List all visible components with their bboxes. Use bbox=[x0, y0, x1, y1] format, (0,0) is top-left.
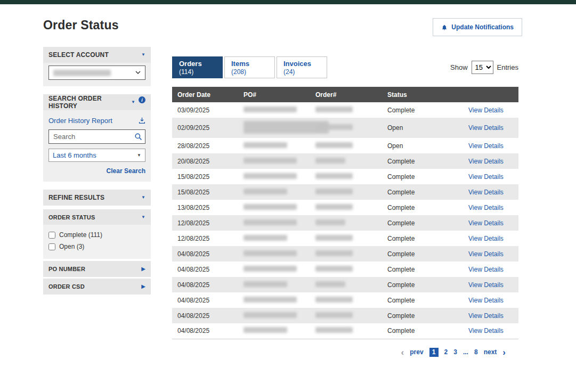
select-account-header[interactable]: SELECT ACCOUNT ▼ bbox=[43, 47, 151, 63]
clear-search-link[interactable]: Clear Search bbox=[107, 167, 145, 175]
pagination-next-chevron-icon[interactable]: › bbox=[502, 348, 506, 357]
pagination-page-8[interactable]: 8 bbox=[474, 348, 478, 356]
view-details-cell: View Details bbox=[460, 102, 518, 118]
order-status-cell: Complete bbox=[382, 153, 460, 169]
order-csd-filter-header[interactable]: ORDER CSD ▶ bbox=[43, 279, 151, 295]
order-status-cell: Complete bbox=[382, 292, 460, 308]
order-date-cell: 15/08/2025 bbox=[172, 169, 238, 184]
view-details-link[interactable]: View Details bbox=[468, 297, 504, 304]
pagination-page-3[interactable]: 3 bbox=[453, 348, 457, 356]
order-status-cell: Complete bbox=[382, 277, 460, 292]
view-details-link[interactable]: View Details bbox=[468, 266, 504, 273]
pagination-prev[interactable]: prev bbox=[410, 348, 423, 356]
view-details-cell: View Details bbox=[460, 246, 518, 262]
order-status-cell: Complete bbox=[382, 169, 460, 184]
order-status-cell: Open bbox=[382, 118, 460, 138]
order-status-cell: Open bbox=[382, 138, 460, 153]
view-details-link[interactable]: View Details bbox=[468, 204, 504, 211]
order-number-cell bbox=[310, 323, 382, 339]
order-status-option[interactable]: Open (3) bbox=[48, 241, 145, 252]
order-date-cell: 04/08/2025 bbox=[172, 277, 238, 292]
order-status-option[interactable]: Complete (111) bbox=[48, 229, 145, 241]
view-details-link[interactable]: View Details bbox=[468, 173, 504, 181]
view-details-cell: View Details bbox=[460, 138, 518, 153]
order-date-cell: 04/08/2025 bbox=[172, 308, 238, 323]
order-status-checkbox[interactable] bbox=[48, 232, 55, 239]
view-details-link[interactable]: View Details bbox=[468, 158, 504, 165]
order-row: 04/08/2025CompleteView Details bbox=[172, 246, 518, 262]
update-notifications-button[interactable]: Update Notifications bbox=[433, 18, 522, 36]
order-date-cell: 20/08/2025 bbox=[172, 153, 238, 169]
view-details-link[interactable]: View Details bbox=[468, 312, 504, 320]
po-number-cell bbox=[238, 138, 310, 153]
redacted-order-number bbox=[315, 250, 353, 256]
order-date-cell: 02/09/2025 bbox=[172, 118, 238, 138]
order-status-checkbox[interactable] bbox=[48, 243, 55, 250]
redacted-po-number bbox=[244, 297, 297, 303]
show-label: Show bbox=[450, 63, 468, 71]
order-row: 04/08/2025CompleteView Details bbox=[172, 323, 518, 339]
order-row: 03/09/2025CompleteView Details bbox=[172, 102, 518, 118]
search-icon[interactable] bbox=[134, 133, 142, 141]
refine-results-header[interactable]: REFINE RESULTS ▼ bbox=[43, 190, 151, 206]
view-details-link[interactable]: View Details bbox=[468, 281, 504, 289]
pagination-page-2[interactable]: 2 bbox=[444, 348, 448, 356]
order-date-cell: 04/08/2025 bbox=[172, 292, 238, 308]
account-select[interactable] bbox=[48, 66, 145, 80]
redacted-order-number bbox=[315, 158, 345, 164]
download-icon[interactable] bbox=[139, 117, 145, 124]
tab-invoices[interactable]: Invoices(24) bbox=[277, 56, 327, 78]
view-details-link[interactable]: View Details bbox=[468, 124, 504, 132]
order-status-filter-header[interactable]: ORDER STATUS ▼ bbox=[43, 209, 151, 225]
order-number-cell bbox=[310, 184, 382, 200]
po-number-cell bbox=[238, 184, 310, 200]
pagination-page-1[interactable]: 1 bbox=[429, 348, 439, 357]
view-details-cell: View Details bbox=[460, 262, 518, 277]
order-number-cell bbox=[310, 138, 382, 153]
redacted-po-number bbox=[244, 173, 297, 179]
view-details-cell: View Details bbox=[460, 277, 518, 292]
view-details-cell: View Details bbox=[460, 153, 518, 169]
view-details-link[interactable]: View Details bbox=[468, 107, 504, 114]
entries-select[interactable]: 15 bbox=[472, 61, 493, 74]
view-details-link[interactable]: View Details bbox=[468, 219, 504, 227]
order-status-cell: Complete bbox=[382, 308, 460, 323]
order-status-cell: Complete bbox=[382, 246, 460, 262]
order-date-cell: 28/08/2025 bbox=[172, 138, 238, 153]
tab-orders[interactable]: Orders(114) bbox=[172, 56, 223, 78]
tab-items[interactable]: Items(208) bbox=[224, 56, 275, 78]
order-date-cell: 04/08/2025 bbox=[172, 323, 238, 339]
chevron-down-icon: ▼ bbox=[131, 100, 135, 104]
pagination-next[interactable]: next bbox=[484, 348, 497, 356]
po-number-filter-header[interactable]: PO NUMBER ▶ bbox=[43, 261, 151, 277]
view-details-link[interactable]: View Details bbox=[468, 142, 504, 150]
redacted-po-number bbox=[244, 250, 297, 256]
view-details-cell: View Details bbox=[460, 308, 518, 323]
order-number-cell bbox=[310, 262, 382, 277]
search-input[interactable] bbox=[48, 129, 145, 144]
view-details-cell: View Details bbox=[460, 200, 518, 215]
column-header: Status bbox=[382, 87, 460, 102]
pagination-prev-chevron-icon[interactable]: ‹ bbox=[401, 348, 404, 357]
view-details-link[interactable]: View Details bbox=[468, 250, 504, 258]
po-number-cell bbox=[238, 200, 310, 215]
redacted-order-number bbox=[315, 189, 353, 194]
tab-count: (114) bbox=[179, 68, 222, 76]
order-date-cell: 04/08/2025 bbox=[172, 262, 238, 277]
orders-table: Order DatePO#Order#Status 03/09/2025Comp… bbox=[172, 87, 518, 339]
view-details-link[interactable]: View Details bbox=[468, 327, 504, 334]
redacted-order-number bbox=[315, 235, 353, 241]
date-range-select[interactable]: Last 6 months ▼ bbox=[48, 149, 145, 162]
search-order-history-header[interactable]: SEARCH ORDER HISTORY ▼ i bbox=[43, 94, 151, 110]
top-accent-bar bbox=[0, 0, 576, 4]
order-row: 15/08/2025CompleteView Details bbox=[172, 169, 518, 184]
order-history-report-link[interactable]: Order History Report bbox=[48, 117, 112, 125]
order-row: 13/08/2025CompleteView Details bbox=[172, 200, 518, 215]
tab-label: Invoices bbox=[283, 60, 327, 68]
order-number-cell bbox=[310, 308, 382, 323]
view-details-link[interactable]: View Details bbox=[468, 189, 504, 196]
view-details-cell: View Details bbox=[460, 118, 518, 138]
view-details-link[interactable]: View Details bbox=[468, 235, 504, 242]
po-number-cell bbox=[238, 246, 310, 262]
info-icon[interactable]: i bbox=[139, 96, 145, 103]
